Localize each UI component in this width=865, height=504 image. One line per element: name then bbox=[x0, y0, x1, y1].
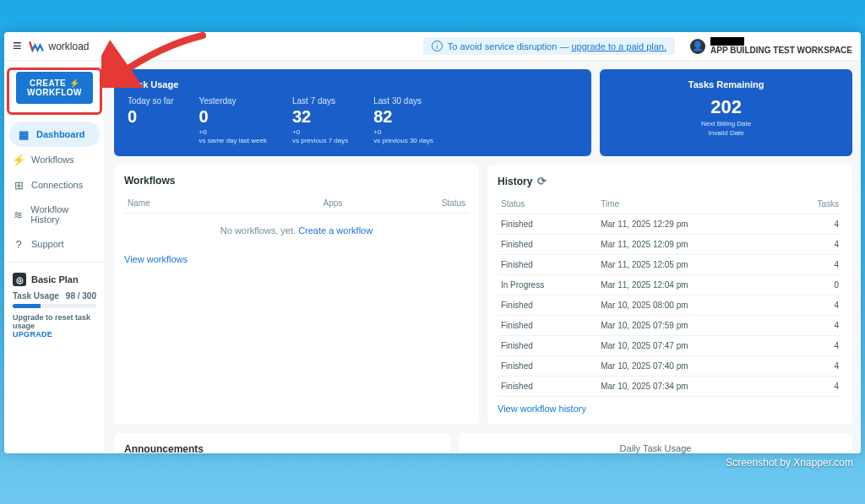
brand[interactable]: workload bbox=[29, 39, 90, 54]
view-history-link[interactable]: View workflow history bbox=[498, 404, 586, 414]
chart-title: Daily Task Usage bbox=[469, 443, 842, 453]
cell-status: Finished bbox=[498, 214, 597, 235]
usage-sub: +0vs same day last week bbox=[199, 128, 266, 144]
cell-time: Mar 10, 2025 08:00 pm bbox=[597, 295, 786, 316]
col-name: Name bbox=[124, 193, 242, 214]
brand-logo-icon bbox=[29, 39, 44, 54]
sidebar-item-connections[interactable]: ⊞ Connections bbox=[4, 172, 105, 198]
cell-status: In Progress bbox=[498, 275, 597, 295]
cell-status: Finished bbox=[498, 255, 597, 275]
col-apps: Apps bbox=[242, 193, 345, 214]
sidebar-item-label: Workflow History bbox=[30, 204, 96, 225]
table-row[interactable]: FinishedMar 10, 2025 07:34 pm4 bbox=[498, 377, 842, 397]
sidebar-item-label: Support bbox=[31, 239, 64, 249]
table-row[interactable]: In ProgressMar 11, 2025 12:04 pm0 bbox=[498, 275, 842, 295]
avatar-icon: 👤 bbox=[690, 39, 705, 54]
cell-tasks: 4 bbox=[786, 255, 842, 275]
account-block[interactable]: 👤 APP BUILDING TEST WORKSPACE bbox=[690, 37, 852, 55]
cell-status: Finished bbox=[498, 336, 597, 356]
sidebar-item-workflows[interactable]: ⚡ Workflows bbox=[4, 147, 105, 172]
col-status: Status bbox=[345, 193, 469, 214]
hamburger-icon[interactable]: ≡ bbox=[13, 37, 22, 55]
help-icon: ? bbox=[13, 238, 24, 250]
refresh-icon[interactable]: ⟳ bbox=[537, 175, 547, 187]
sidebar-item-workflow-history[interactable]: ≋ Workflow History bbox=[4, 198, 105, 231]
announcements-title: Announcements bbox=[124, 443, 440, 453]
sidebar-item-label: Workflows bbox=[31, 154, 74, 165]
bolt-icon: ⚡ bbox=[13, 154, 24, 165]
col-tasks: Tasks bbox=[786, 194, 842, 214]
sidebar-item-label: Dashboard bbox=[36, 129, 84, 139]
plan-name: Basic Plan bbox=[31, 274, 79, 285]
usage-label: Last 30 days bbox=[373, 96, 433, 106]
upgrade-notice[interactable]: i To avoid service disruption — upgrade … bbox=[423, 37, 675, 55]
cell-time: Mar 11, 2025 12:09 pm bbox=[597, 235, 786, 255]
cell-tasks: 4 bbox=[786, 336, 842, 356]
cell-tasks: 4 bbox=[786, 214, 842, 235]
task-usage-title: Task Usage bbox=[128, 79, 578, 89]
usage-value: 0 bbox=[199, 107, 266, 127]
cell-time: Mar 11, 2025 12:29 pm bbox=[597, 214, 786, 235]
sidebar-item-label: Connections bbox=[31, 180, 83, 190]
cell-tasks: 4 bbox=[786, 316, 842, 336]
table-row[interactable]: FinishedMar 11, 2025 12:29 pm4 bbox=[498, 214, 842, 235]
history-title: History bbox=[498, 176, 532, 187]
main-content: Task Usage Today so far0Yesterday0+0vs s… bbox=[106, 61, 861, 453]
sidebar: CREATE ⚡ WORKFLOW ▦ Dashboard ⚡ Workflow… bbox=[4, 61, 106, 453]
task-usage-value: 98 / 300 bbox=[66, 291, 96, 301]
table-row[interactable]: FinishedMar 11, 2025 12:09 pm4 bbox=[498, 235, 842, 255]
cell-status: Finished bbox=[498, 356, 597, 377]
view-workflows-link[interactable]: View workflows bbox=[124, 254, 188, 264]
table-row[interactable]: FinishedMar 10, 2025 07:40 pm4 bbox=[498, 356, 842, 377]
cell-tasks: 4 bbox=[786, 377, 842, 397]
tasks-remaining-value: 202 bbox=[613, 96, 839, 118]
cell-time: Mar 10, 2025 07:40 pm bbox=[597, 356, 786, 377]
topbar: ≡ workload i To avoid service disruption… bbox=[4, 32, 861, 61]
task-usage-progress bbox=[13, 304, 96, 308]
history-table: Status Time Tasks FinishedMar 11, 2025 1… bbox=[498, 194, 842, 397]
tasks-remaining-card: Tasks Remaining 202 Next Billing Date In… bbox=[600, 69, 852, 156]
workflows-empty-text: No workflows, yet. bbox=[220, 225, 298, 236]
workspace-name: APP BUILDING TEST WORKSPACE bbox=[710, 46, 852, 55]
notice-text: To avoid service disruption — bbox=[448, 41, 572, 51]
table-row[interactable]: FinishedMar 10, 2025 08:00 pm4 bbox=[498, 295, 842, 316]
create-workflow-link[interactable]: Create a workflow bbox=[298, 225, 373, 236]
cell-status: Finished bbox=[498, 295, 597, 316]
upgrade-link[interactable]: UPGRADE bbox=[13, 330, 96, 339]
workflows-title: Workflows bbox=[124, 175, 469, 187]
table-row[interactable]: FinishedMar 11, 2025 12:05 pm4 bbox=[498, 255, 842, 275]
cell-tasks: 4 bbox=[786, 295, 842, 316]
usage-label: Last 7 days bbox=[292, 96, 348, 106]
upgrade-note: Upgrade to reset task usage bbox=[13, 313, 96, 330]
col-status: Status bbox=[498, 194, 597, 214]
plan-icon: ◎ bbox=[13, 273, 26, 286]
usage-sub: +0vs previous 30 days bbox=[373, 128, 433, 144]
table-row[interactable]: FinishedMar 10, 2025 07:47 pm4 bbox=[498, 336, 842, 356]
create-workflow-button[interactable]: CREATE ⚡ WORKFLOW bbox=[16, 72, 93, 104]
grid-icon: ⊞ bbox=[13, 179, 24, 191]
task-usage-label: Task Usage bbox=[13, 291, 59, 301]
history-card: History ⟳ Status Time Tasks FinishedMar … bbox=[487, 165, 852, 425]
usage-value: 32 bbox=[292, 107, 348, 127]
create-workflow-highlight: CREATE ⚡ WORKFLOW bbox=[7, 68, 102, 115]
workflows-card: Workflows Name Apps Status No workflows,… bbox=[114, 165, 479, 425]
info-icon: i bbox=[432, 41, 443, 51]
announcements-card: Announcements 1Edit connection names and… bbox=[114, 433, 450, 453]
watermark: Screenshot by Xnapper.com bbox=[726, 457, 853, 469]
sidebar-item-dashboard[interactable]: ▦ Dashboard bbox=[9, 122, 100, 147]
tasks-remaining-sub1: Next Billing Date bbox=[613, 120, 839, 127]
usage-label: Yesterday bbox=[199, 96, 266, 106]
plan-box: ◎ Basic Plan Task Usage 98 / 300 Upgrade… bbox=[4, 268, 105, 344]
tasks-remaining-sub2: Invalid Date bbox=[613, 129, 839, 137]
cell-status: Finished bbox=[498, 316, 597, 336]
task-usage-card: Task Usage Today so far0Yesterday0+0vs s… bbox=[114, 69, 591, 156]
cell-tasks: 4 bbox=[786, 235, 842, 255]
sidebar-item-support[interactable]: ? Support bbox=[4, 231, 105, 257]
cell-time: Mar 11, 2025 12:05 pm bbox=[597, 255, 786, 275]
brand-name: workload bbox=[49, 41, 90, 52]
notice-link[interactable]: upgrade to a paid plan. bbox=[571, 41, 666, 51]
usage-label: Today so far bbox=[128, 96, 173, 106]
table-row[interactable]: FinishedMar 10, 2025 07:59 pm4 bbox=[498, 316, 842, 336]
cell-time: Mar 10, 2025 07:47 pm bbox=[597, 336, 786, 356]
usage-sub: +0vs previous 7 days bbox=[292, 128, 348, 144]
